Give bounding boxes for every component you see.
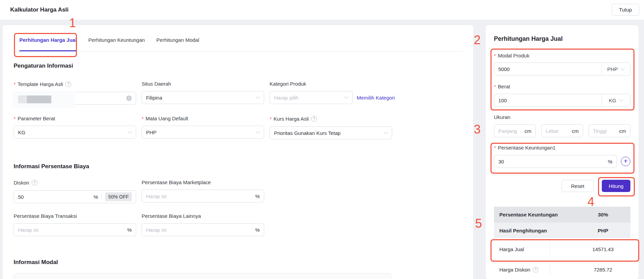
- required-marker: [270, 116, 274, 121]
- help-icon[interactable]: [311, 116, 317, 122]
- result-row-label: Harga Jual: [494, 246, 524, 252]
- modal-produk-input[interactable]: [498, 66, 597, 72]
- berat-unit: KG: [609, 98, 616, 103]
- berat-unit-select[interactable]: KG: [601, 94, 630, 106]
- persentase-keuntungan-value[interactable]: [498, 159, 608, 164]
- biaya-marketplace-value[interactable]: [146, 193, 255, 199]
- berat-input[interactable]: [498, 98, 597, 103]
- diskon-value[interactable]: [18, 194, 94, 200]
- required-marker: [494, 53, 498, 58]
- annotation-number-2: 2: [474, 34, 481, 46]
- mata-uang-default-value: PHP: [146, 129, 157, 135]
- parameter-berat-select[interactable]: KG: [14, 126, 136, 139]
- window-header: Kalkulator Harga Asli Tutup: [0, 0, 644, 20]
- tab-perhitungan-keuntungan[interactable]: Perhitungan Keuntungan: [88, 37, 145, 51]
- field-template-harga-asli: Template Harga Asli: [14, 81, 136, 105]
- hitung-button[interactable]: Hitung: [602, 180, 630, 192]
- table-row: Hasil Penghitungan PHP: [494, 223, 630, 238]
- lebar-value[interactable]: [546, 128, 572, 134]
- percent-suffix: %: [255, 227, 260, 233]
- side-panel-title: Perhitungan Harga Jual: [494, 35, 563, 42]
- required-marker: [494, 145, 498, 150]
- modal-produk-group: PHP: [494, 63, 630, 75]
- biaya-transaksi-value[interactable]: [18, 227, 127, 233]
- persentase-keuntungan-label: Persentase Keuntungan1: [498, 145, 556, 150]
- required-marker: [142, 116, 146, 121]
- tab-perhitungan-modal[interactable]: Perhitungan Modal: [156, 37, 199, 51]
- berat-label: Berat: [498, 84, 510, 89]
- close-button[interactable]: Tutup: [612, 4, 639, 16]
- field-diskon: Diskon % 50% OFF: [14, 180, 136, 203]
- memilih-kategori-link[interactable]: Memilih Kategori: [357, 95, 395, 101]
- template-harga-asli-input[interactable]: [14, 92, 136, 105]
- clear-icon[interactable]: [126, 95, 132, 101]
- biaya-marketplace-label: Persentase Biaya Marketplace: [142, 180, 264, 185]
- section-title-informasi-modal: Informasi Modal: [14, 259, 462, 266]
- percent-suffix: %: [94, 194, 98, 200]
- required-marker: [14, 116, 18, 121]
- result-row-value: PHP: [576, 228, 630, 233]
- kurs-harga-asli-value: Prioritas Gunakan Kurs Tetap: [274, 130, 341, 136]
- kategori-produk-placeholder: Harap pilih: [274, 95, 299, 101]
- berat-group: KG: [494, 94, 630, 107]
- cm-unit: cm: [619, 128, 626, 134]
- reset-button[interactable]: Reset: [562, 180, 594, 192]
- result-row-value: 30%: [576, 212, 630, 217]
- informasi-modal-panel: [14, 273, 391, 279]
- annotation-number-3: 3: [474, 123, 481, 136]
- template-harga-asli-label: Template Harga Asli: [18, 82, 63, 87]
- suffix-divider: [101, 194, 102, 199]
- mata-uang-default-select[interactable]: PHP: [142, 126, 264, 139]
- parameter-berat-label: Parameter Berat: [18, 116, 55, 121]
- help-icon[interactable]: [65, 81, 71, 87]
- biaya-transaksi-input[interactable]: %: [14, 223, 136, 236]
- result-table: Persentase Keuntungan 30% Hasil Penghitu…: [494, 207, 630, 279]
- field-biaya-marketplace: Persentase Biaya Marketplace %: [142, 180, 264, 203]
- diskon-label: Diskon: [14, 180, 29, 185]
- discount-badge: 50% OFF: [105, 192, 132, 201]
- help-icon[interactable]: [32, 180, 37, 186]
- result-row-value: 7285.72: [576, 267, 630, 273]
- kurs-harga-asli-select[interactable]: Prioritas Gunakan Kurs Tetap: [270, 126, 392, 139]
- field-situs-daerah: Situs Daerah Filipina: [142, 81, 264, 105]
- percent-suffix: %: [608, 159, 612, 164]
- chevron-down-icon: [621, 67, 625, 71]
- mata-uang-default-label: Mata Uang Default: [146, 116, 188, 121]
- result-row-label: Harga Diskon: [499, 267, 530, 273]
- modal-produk-currency-select[interactable]: PHP: [601, 63, 630, 75]
- parameter-berat-value: KG: [18, 129, 26, 135]
- table-row: Harga Diskon 7285.72: [494, 260, 630, 279]
- result-row-label: Persentase Keuntungan: [494, 212, 558, 217]
- table-row: Harga Jual 14571.43: [494, 238, 630, 260]
- percent-suffix: %: [127, 227, 132, 233]
- tinggi-value[interactable]: [593, 128, 619, 134]
- biaya-transaksi-label: Persentase Biaya Transaksi: [14, 213, 136, 219]
- result-row-value: 14571.43: [576, 246, 630, 252]
- lebar-input[interactable]: cm: [541, 124, 583, 137]
- required-marker: [14, 82, 18, 87]
- panjang-input[interactable]: cm: [494, 124, 536, 137]
- kategori-produk-select[interactable]: Harap pilih: [270, 91, 353, 104]
- ukuran-inputs: cm cm cm: [494, 124, 630, 137]
- annotation-number-5: 5: [475, 217, 482, 230]
- persentase-keuntungan-input[interactable]: %: [494, 155, 617, 168]
- cm-unit: cm: [525, 128, 531, 134]
- biaya-marketplace-input[interactable]: %: [142, 190, 264, 203]
- main-form-card: Perhitungan Harga Jual Perhitungan Keunt…: [3, 25, 473, 279]
- diskon-input[interactable]: % 50% OFF: [14, 190, 136, 203]
- situs-daerah-select[interactable]: Filipina: [142, 91, 264, 104]
- biaya-lainnya-value[interactable]: [146, 227, 255, 233]
- chevron-down-icon: [384, 131, 388, 135]
- kategori-produk-label: Kategori Produk: [270, 81, 392, 86]
- add-profit-tier-icon[interactable]: [621, 157, 630, 166]
- help-icon[interactable]: [533, 267, 538, 273]
- chevron-down-icon: [256, 130, 260, 134]
- tinggi-input[interactable]: cm: [589, 124, 630, 137]
- calculation-side-panel: Perhitungan Harga Jual Modal Produk PHP …: [486, 25, 639, 279]
- biaya-lainnya-input[interactable]: %: [142, 223, 264, 236]
- tab-bar: Perhitungan Harga Jual Perhitungan Keunt…: [14, 25, 462, 52]
- tab-perhitungan-harga-jual[interactable]: Perhitungan Harga Jual: [19, 37, 77, 51]
- modal-produk-currency: PHP: [607, 66, 618, 72]
- panjang-value[interactable]: [498, 128, 525, 134]
- percentage-cost-grid: Diskon % 50% OFF Persentase Biaya Market…: [14, 180, 462, 236]
